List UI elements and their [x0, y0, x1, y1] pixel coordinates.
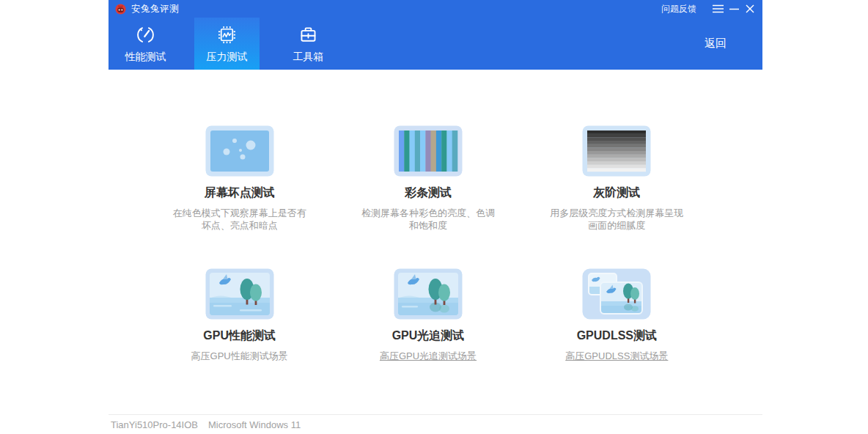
- hamburger-icon: [713, 4, 724, 13]
- gauge-icon: [134, 23, 157, 46]
- os-name: Microsoft Windows 11: [208, 419, 301, 430]
- back-button[interactable]: 返回: [705, 37, 727, 51]
- gpu-scene-icon: [205, 268, 274, 320]
- tab-toolbox[interactable]: 工具箱: [276, 18, 341, 70]
- device-name: TianYi510Pro-14IOB: [111, 419, 198, 430]
- close-icon: [746, 4, 754, 13]
- card-gpu-dlss-test[interactable]: GPUDLSS测试 高压GPUDLSS测试场景: [523, 268, 711, 362]
- tab-label: 性能测试: [125, 51, 166, 64]
- antutu-window: 安兔兔评测 问题反馈: [108, 0, 762, 434]
- card-description: 高压GPU性能测试场景: [162, 350, 317, 362]
- card-color-bars-test[interactable]: 彩条测试 检测屏幕各种彩色的亮度、色调 和饱和度: [334, 125, 522, 232]
- color-bars-stripes: [399, 130, 457, 172]
- card-title: GPU性能测试: [145, 328, 334, 344]
- card-title: 屏幕坏点测试: [145, 185, 334, 201]
- titlebar: 安兔兔评测 问题反馈: [108, 0, 762, 18]
- gpu-dlss-icon: [582, 268, 651, 320]
- card-title: 灰阶测试: [523, 185, 711, 201]
- tab-label: 压力测试: [207, 51, 248, 64]
- card-grayscale-test[interactable]: 灰阶测试 用多层级亮度方式检测屏幕呈现 画面的细腻度: [523, 125, 711, 232]
- card-title: 彩条测试: [334, 185, 522, 201]
- close-button[interactable]: [742, 1, 758, 16]
- minimize-button[interactable]: [726, 1, 742, 16]
- card-description: 检测屏幕各种彩色的亮度、色调 和饱和度: [350, 207, 506, 232]
- card-description-link[interactable]: 高压GPUDLSS测试场景: [523, 350, 711, 362]
- minimize-icon: [729, 4, 739, 13]
- card-description-link[interactable]: 高压GPU光追测试场景: [334, 350, 522, 362]
- test-card-grid: 屏幕坏点测试 在纯色模式下观察屏幕上是否有 坏点、亮点和暗点 彩条测试 检测屏幕…: [145, 125, 711, 362]
- tab-performance-test[interactable]: 性能测试: [113, 18, 178, 70]
- card-description: 用多层级亮度方式检测屏幕呈现 画面的细腻度: [539, 207, 694, 232]
- card-title: GPU光追测试: [334, 328, 522, 344]
- card-gpu-performance-test[interactable]: GPU性能测试 高压GPU性能测试场景: [145, 268, 334, 362]
- tab-label: 工具箱: [293, 51, 324, 64]
- card-screen-dead-pixel-test[interactable]: 屏幕坏点测试 在纯色模式下观察屏幕上是否有 坏点、亮点和暗点: [145, 125, 334, 232]
- feedback-link[interactable]: 问题反馈: [661, 3, 696, 15]
- status-bar: TianYi510Pro-14IOB Microsoft Windows 11: [108, 414, 762, 434]
- app-title: 安兔兔评测: [131, 3, 179, 15]
- toolbox-icon: [297, 23, 320, 46]
- grayscale-icon: [582, 125, 651, 177]
- chip-icon: [216, 23, 238, 46]
- color-bars-icon: [394, 125, 463, 177]
- card-description: 在纯色模式下观察屏幕上是否有 坏点、亮点和暗点: [162, 207, 317, 232]
- gpu-raytracing-icon: [394, 268, 463, 320]
- card-title: GPUDLSS测试: [523, 328, 711, 344]
- tab-stress-test[interactable]: 压力测试: [194, 18, 260, 70]
- menu-button[interactable]: [710, 1, 726, 16]
- card-gpu-raytracing-test[interactable]: GPU光追测试 高压GPU光追测试场景: [334, 268, 522, 362]
- grayscale-steps: [587, 130, 646, 172]
- antutu-logo-icon: [115, 4, 126, 15]
- screen-dead-pixel-icon: [205, 125, 274, 177]
- tab-bar: 性能测试 压力测试 工具箱 返: [108, 18, 762, 70]
